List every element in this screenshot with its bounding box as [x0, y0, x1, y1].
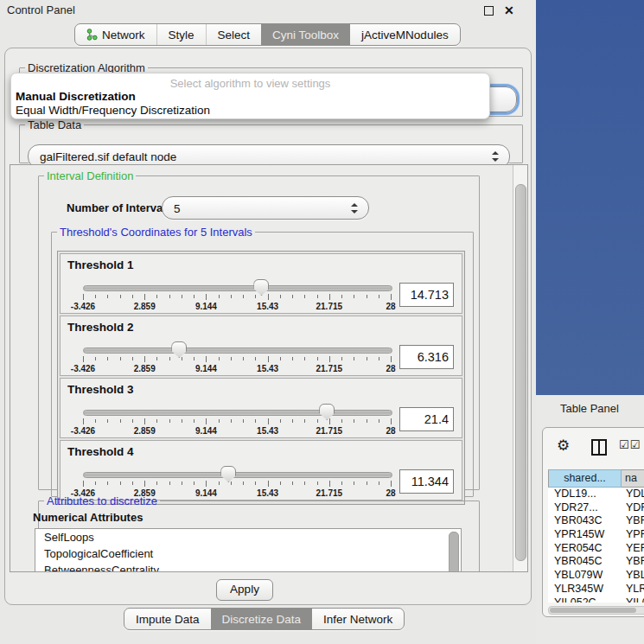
- node-table: shared...na YDL19...YDL1YDR27...YDR2YBR0…: [548, 469, 644, 603]
- table-row[interactable]: YER054CYER0: [548, 542, 644, 556]
- tab-label: Discretize Data: [222, 613, 302, 626]
- number-of-intervals-combo[interactable]: 5: [162, 196, 369, 220]
- threshold-label: Threshold 2: [67, 321, 134, 334]
- settings-scroll-viewport: Interval Definition Number of Intervals …: [10, 164, 528, 572]
- number-of-intervals-label: Number of Intervals: [67, 201, 172, 214]
- slider-tick-labels: -3.4262.8599.14415.4321.71528: [83, 426, 391, 437]
- table-horizontal-scrollbar[interactable]: [548, 606, 644, 615]
- table-panel-title: Table Panel: [560, 402, 619, 415]
- threshold-slider-track[interactable]: [83, 348, 392, 354]
- tab-label: Network: [102, 29, 145, 41]
- interval-definition-group: Interval Definition Number of Intervals …: [38, 169, 480, 490]
- algorithm-dropdown-popup: Select algorithm to view settings Manual…: [10, 73, 490, 119]
- table-cell: YDL1: [622, 488, 644, 501]
- slider-tick-labels: -3.4262.8599.14415.4321.71528: [83, 364, 391, 374]
- attribute-item-selfloops[interactable]: SelfLoops: [35, 529, 461, 545]
- float-window-icon[interactable]: [484, 6, 494, 16]
- column-header-na[interactable]: na: [622, 469, 644, 488]
- control-panel-window: Control Panel ✕ NetworkStyleSelectCyni T…: [0, 0, 537, 644]
- settings-scrollbar-thumb[interactable]: [515, 184, 526, 561]
- threshold-label: Threshold 3: [67, 383, 134, 396]
- table-panel: Table Panel ⚙ ☑☑ shared...na YDL19...YDL…: [536, 395, 644, 644]
- table-cell: YDR2: [622, 501, 644, 515]
- tab-discretize-data[interactable]: Discretize Data: [211, 609, 313, 629]
- attribute-item-betweennesscentrality[interactable]: BetweennessCentrality: [35, 562, 461, 572]
- window-title: Control Panel: [7, 3, 75, 16]
- select-all-checkboxes-icon[interactable]: ☑☑: [619, 438, 641, 451]
- columns-icon[interactable]: [591, 439, 607, 456]
- interval-definition-title: Interval Definition: [44, 169, 136, 182]
- table-row[interactable]: YBR045CYBR0: [548, 555, 644, 569]
- table-cell: YIL0: [622, 596, 644, 603]
- close-icon[interactable]: ✕: [504, 2, 514, 19]
- threshold-value-field[interactable]: [399, 469, 454, 494]
- combo-stepper-icon: [492, 151, 499, 162]
- table-row[interactable]: YDL19...YDL1: [548, 488, 644, 501]
- threshold-slider-track[interactable]: [83, 472, 392, 478]
- network-icon: [86, 29, 98, 41]
- apply-button[interactable]: Apply: [216, 579, 273, 601]
- attributes-list-scrollbar[interactable]: [449, 532, 459, 572]
- thresholds-panel: Threshold 1-3.4262.8599.14415.4321.71528…: [57, 251, 465, 505]
- column-header-shared-[interactable]: shared...: [548, 469, 622, 488]
- table-cell: YBL079W: [548, 569, 622, 583]
- table-data-combo-value: galFiltered.sif default node: [40, 150, 176, 163]
- threshold-row-3: Threshold 3-3.4262.8599.14415.4321.71528: [60, 378, 462, 438]
- table-row[interactable]: YLR345WYLR3: [548, 583, 644, 596]
- tab-label: jActiveMNodules: [361, 29, 449, 41]
- threshold-row-4: Threshold 4-3.4262.8599.14415.4321.71528: [60, 440, 462, 501]
- threshold-row-1: Threshold 1-3.4262.8599.14415.4321.71528: [60, 253, 462, 314]
- table-cell: YLR3: [622, 583, 644, 596]
- threshold-slider-track[interactable]: [83, 285, 392, 291]
- tab-style[interactable]: Style: [156, 24, 206, 45]
- table-cell: YDR27...: [548, 501, 622, 515]
- table-row[interactable]: YBR043CYBR0: [548, 514, 644, 528]
- tab-jactivemnodules[interactable]: jActiveMNodules: [350, 24, 460, 45]
- settings-scrollbar-track[interactable]: [513, 165, 527, 571]
- attribute-item-topologicalcoefficient[interactable]: TopologicalCoefficient: [35, 545, 461, 562]
- algorithm-option-manual-discretization[interactable]: Manual Discretization: [16, 90, 136, 103]
- table-cell: YPR145W: [548, 528, 622, 542]
- thresholds-group-title: Threshold's Coordinates for 5 Intervals: [57, 226, 255, 239]
- threshold-value-field[interactable]: [399, 407, 454, 431]
- tab-label: Style: [169, 29, 194, 41]
- table-row[interactable]: YBL079WYBL0: [548, 569, 644, 583]
- tab-select[interactable]: Select: [206, 24, 262, 45]
- table-row[interactable]: YIL052CYIL0: [548, 596, 644, 603]
- table-cell: YPR1: [622, 528, 644, 542]
- control-panel-titlebar: Control Panel ✕: [0, 0, 536, 21]
- tab-impute-data[interactable]: Impute Data: [124, 609, 211, 629]
- table-horizontal-scrollbar-thumb[interactable]: [550, 608, 636, 613]
- combo-stepper-icon: [351, 203, 358, 214]
- desktop-background: GAL80GCGAL11GAL4GCY1HHAP2: [536, 0, 644, 395]
- table-row[interactable]: YDR27...YDR2: [548, 501, 644, 515]
- table-cell: YBR0: [622, 514, 644, 528]
- table-cell: YBR043C: [548, 514, 622, 528]
- tab-label: Select: [218, 29, 251, 41]
- threshold-row-2: Threshold 2-3.4262.8599.14415.4321.71528: [60, 316, 462, 376]
- tab-bar: NetworkStyleSelectCyni ToolboxjActiveMNo…: [74, 23, 461, 46]
- tab-label: Cyni Toolbox: [272, 29, 339, 41]
- threshold-slider-track[interactable]: [83, 410, 392, 416]
- slider-ticks: [83, 294, 391, 301]
- number-of-intervals-value: 5: [174, 201, 181, 214]
- table-cell: YIL052C: [548, 596, 622, 603]
- algorithm-option-equal-width-frequency-discretization[interactable]: Equal Width/Frequency Discretization: [16, 104, 210, 117]
- table-cell: YBR045C: [548, 555, 622, 569]
- attributes-group-title: Attributes to discretize: [44, 494, 160, 507]
- threshold-value-field[interactable]: [399, 345, 454, 369]
- slider-ticks: [83, 356, 391, 363]
- tab-label: Impute Data: [136, 613, 200, 626]
- app-root: Control Panel ✕ NetworkStyleSelectCyni T…: [0, 0, 644, 644]
- gear-icon[interactable]: ⚙: [557, 437, 570, 455]
- tab-cyni-toolbox[interactable]: Cyni Toolbox: [261, 24, 350, 45]
- algorithm-popup-prompt: Select algorithm to view settings: [11, 77, 489, 90]
- threshold-value-field[interactable]: [399, 283, 454, 307]
- table-cell: YER054C: [548, 542, 622, 556]
- table-data-title: Table Data: [25, 118, 84, 131]
- table-row[interactable]: YPR145WYPR1: [548, 528, 644, 542]
- bottom-tab-bar: Impute DataDiscretize DataInfer Network: [124, 608, 405, 630]
- numerical-attributes-label: Numerical Attributes: [33, 511, 143, 524]
- tab-infer-network[interactable]: Infer Network: [312, 609, 404, 629]
- tab-network[interactable]: Network: [75, 24, 156, 45]
